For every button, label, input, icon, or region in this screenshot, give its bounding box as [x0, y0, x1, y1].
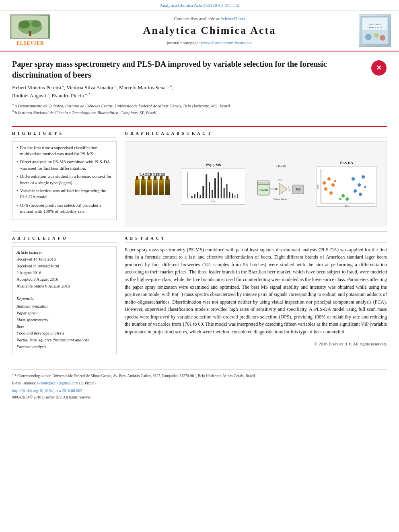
- email-note: E-mail address: evandropiccin@gmail.com …: [12, 380, 387, 386]
- svg-text:m/z: m/z: [211, 199, 215, 202]
- beer-bottles-illustration: LAGER BEERS: [135, 172, 170, 195]
- crossmark-logo[interactable]: ✕: [371, 59, 387, 77]
- bottle-4: [153, 179, 158, 195]
- graphical-abstract-header: G R A P H I C A L A B S T R A C T: [125, 131, 387, 138]
- revised-date: 2 August 2016: [16, 270, 112, 276]
- svg-rect-32: [238, 194, 239, 198]
- kw-6: Partial least squares discriminant analy…: [16, 337, 112, 344]
- page-footer: * * Corresponding author. Universidade F…: [12, 369, 387, 401]
- elsevier-text-logo: ELSEVIER: [16, 40, 44, 47]
- svg-point-12: [374, 33, 379, 38]
- highlights-column: H I G H L I G H T S For the first time a…: [12, 131, 117, 226]
- kw-5: Food and beverage analysis: [16, 330, 112, 337]
- online-date: Available online 6 August 2016: [16, 283, 112, 290]
- kw-7: Forensic analysis: [16, 344, 112, 351]
- copyright: © 2016 Elsevier B.V. All rights reserved…: [125, 339, 387, 347]
- article-area: Paper spray mass spectrometry and PLS-DA…: [0, 51, 399, 363]
- revised-label: Received in revised form: [16, 263, 112, 269]
- section-divider: [12, 231, 387, 232]
- highlights-graphical-section: H I G H L I G H T S For the first time a…: [12, 131, 387, 226]
- keywords-list: Ambient ionization Paper spray Mass spec…: [16, 303, 112, 351]
- svg-rect-26: [221, 177, 222, 198]
- svg-text:LV2: LV2: [317, 184, 320, 189]
- kw-4: Beer: [16, 323, 112, 330]
- svg-point-60: [354, 189, 357, 193]
- article-title: Paper spray mass spectrometry and PLS-DA…: [12, 59, 365, 121]
- svg-point-13: [380, 35, 385, 41]
- svg-point-58: [358, 183, 361, 187]
- svg-rect-28: [226, 184, 228, 198]
- svg-text:LV1: LV1: [345, 204, 350, 207]
- article-info-header: A R T I C L E I N F O: [12, 236, 117, 243]
- highlight-item-2: Direct analysis by PS-MS combined with P…: [16, 159, 112, 171]
- affiliations: a a Departamento de Química, Instituto d…: [12, 102, 365, 116]
- svg-rect-2: [29, 31, 31, 36]
- svg-point-53: [324, 187, 327, 191]
- spectrum-box: m/z: [181, 168, 245, 205]
- abstract-column: A B S T R A C T Paper spray mass spectro…: [125, 236, 387, 354]
- info-abstract-section: A R T I C L E I N F O Article history: R…: [12, 236, 387, 354]
- svg-marker-40: [279, 183, 287, 195]
- article-info-box: Article history: Received 14 June 2016 R…: [12, 246, 117, 354]
- issn-line: 0003-2670/© 2016 Elsevier B.V. All right…: [12, 395, 387, 400]
- received-date: Received 14 June 2016: [16, 257, 112, 263]
- svg-rect-30: [232, 193, 233, 198]
- svg-point-3: [19, 21, 30, 29]
- plsda-scatter-section: PLS-DA: [317, 160, 377, 207]
- graphical-abstract-inner: LAGER BEERS PS(+)-MS: [129, 146, 383, 222]
- elsevier-logo-art: [10, 14, 50, 39]
- svg-rect-20: [203, 186, 204, 198]
- highlight-item-4: Variable selection was utilised for impr…: [16, 188, 112, 200]
- svg-point-43: [288, 189, 290, 191]
- bottle-5: [159, 179, 164, 195]
- svg-text:CHIMICA ACTA: CHIMICA ACTA: [368, 27, 382, 29]
- svg-text:HV: HV: [278, 179, 282, 182]
- svg-text:Paper Spray: Paper Spray: [274, 197, 288, 201]
- svg-point-56: [334, 180, 336, 182]
- svg-rect-18: [197, 192, 198, 198]
- svg-rect-25: [218, 172, 219, 198]
- homepage-link[interactable]: www.elsevier.com/locate/aca: [201, 40, 252, 45]
- accepted-date: Accepted 3 August 2016: [16, 277, 112, 283]
- sciencedirect-link[interactable]: ScienceDirect: [220, 16, 245, 21]
- svg-rect-27: [224, 188, 225, 198]
- svg-rect-29: [229, 192, 230, 198]
- svg-point-52: [331, 183, 335, 187]
- kw-2: Paper spray: [16, 310, 112, 317]
- svg-point-4: [31, 20, 41, 27]
- elsevier-logo: ELSEVIER: [8, 14, 52, 47]
- svg-rect-16: [191, 196, 193, 198]
- homepage-line: journal homepage: www.elsevier.com/locat…: [60, 40, 359, 46]
- svg-point-61: [364, 186, 366, 188]
- crossmark-icon: ✕: [371, 60, 387, 76]
- svg-point-55: [323, 181, 326, 185]
- svg-rect-17: [194, 194, 195, 198]
- svg-rect-31: [235, 195, 236, 198]
- email-link[interactable]: evandropiccin@gmail.com: [37, 381, 78, 385]
- highlights-box: For the first time a supervised classifi…: [12, 141, 117, 220]
- svg-point-44: [291, 187, 292, 188]
- svg-text:MS: MS: [296, 188, 301, 191]
- svg-point-41: [288, 186, 289, 188]
- graphical-abstract-box: LAGER BEERS PS(+)-MS: [125, 141, 387, 226]
- bottle-2: [141, 179, 146, 195]
- article-title-section: Paper spray mass spectrometry and PLS-DA…: [12, 59, 387, 121]
- kw-1: Ambient ionization: [16, 303, 112, 310]
- bottle-1: [135, 179, 140, 195]
- svg-point-54: [329, 191, 333, 195]
- journal-header: ELSEVIER Contents lists available at Sci…: [0, 10, 399, 51]
- svg-point-42: [289, 188, 290, 189]
- highlight-item-5: OPS (ordered predictors selection) provi…: [16, 202, 112, 215]
- journal-title: Analytica Chimica Acta: [60, 23, 359, 38]
- corresponding-author-note: * * Corresponding author. Universidade F…: [12, 373, 387, 379]
- svg-point-57: [352, 177, 355, 181]
- doi-link[interactable]: http://dx.doi.org/10.1016/j.aca.2016.08.…: [12, 388, 387, 394]
- plsda-label: PLS-DA: [340, 160, 354, 166]
- abstract-text: Paper spray mass spectrometry (PS-MS) co…: [125, 246, 387, 336]
- svg-rect-21: [206, 174, 208, 198]
- bottle-3: [147, 179, 152, 195]
- svg-point-11: [365, 34, 372, 40]
- ch3oh-label: CH₃OH: [276, 164, 286, 168]
- history-label: Article history:: [16, 250, 112, 256]
- svg-point-62: [359, 193, 362, 196]
